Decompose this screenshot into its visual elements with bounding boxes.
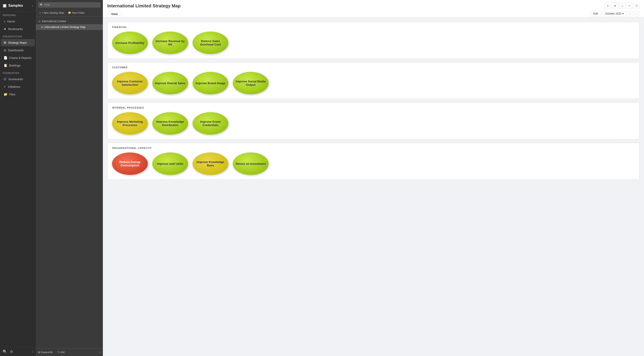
main-header: International Limited Strategy Map ℹ ★ △… [103,0,644,18]
strategy-maps-icon: ⊞ [4,41,6,44]
sidebar-item-label: Home [7,20,15,23]
search-icon[interactable]: 🔍 [3,349,7,354]
organisational-capacity-label: ORGANISATIONAL CAPACITY [112,147,635,149]
oval-improve-knowledge-distribution[interactable]: Improve Knowledge Distribution [152,112,188,134]
oval-reduce-energy[interactable]: Reduce Energy Consumption [112,152,148,175]
tree-item-icon: ⊙ [41,26,43,29]
oval-improve-brand-image[interactable]: Improve Brand Image [192,72,228,94]
oval-reduce-sales[interactable]: Reduce Sales Overhead Cost [192,32,228,54]
new-strategy-map-button[interactable]: + + New Strategy Map [38,10,65,15]
scorecards-icon: ☑ [4,77,6,81]
edit-label: Edit [60,351,64,353]
alert-button[interactable]: △ [619,3,625,9]
dashboards-icon: ◎ [4,48,6,52]
settings-icon[interactable]: ⚙ [10,349,13,354]
sidebar-item-label: Dashboards [8,49,24,52]
oval-improve-knowledge-base[interactable]: Improve Knowledge Base [192,152,228,175]
middle-actions: + + New Strategy Map 📁 New Folder [36,9,103,17]
sidebar-item-label: Files [9,93,15,96]
export-button[interactable]: ↗ [626,3,632,9]
tab-view[interactable]: View [107,11,122,17]
sidebar-item-charts-reports[interactable]: 📄 Charts & Reports [1,54,35,61]
sidebar-item-initiatives[interactable]: ✓ Initiatives [1,83,35,90]
sidebar-item-briefings[interactable]: 📋 Briefings [1,62,35,69]
expand-all-label: Expand All [41,351,52,353]
oval-improve-customer-satisfaction[interactable]: Improve Customer Satisfaction [112,72,148,94]
strategy-map-content: FINANCIAL Increase Profitability Increas… [103,18,644,356]
tree-item-intl-strategy-map[interactable]: ⊙ International Limited Strategy Map [36,24,103,30]
tree-item-label: International Limited Strategy Map [44,26,86,29]
search-input[interactable] [44,3,99,7]
financial-label: FINANCIAL [112,26,635,29]
sidebar-item-dashboards[interactable]: ◎ Dashboards [1,47,35,54]
title-row: International Limited Strategy Map ℹ ★ △… [107,3,640,9]
middle-footer: ⊞ Expand All ✎ Edit ‹ [36,348,103,356]
nav-next-button[interactable]: › [634,11,640,16]
internal-processes-label: INTERNAL PROCESSES [112,106,635,109]
files-icon: 📁 [4,92,8,96]
oval-improve-staff-skills[interactable]: Improve staff skills [152,152,188,175]
oval-improve-social-media[interactable]: Improve Social Media Output [233,72,268,94]
edit-button[interactable]: Edit [590,11,602,16]
date-picker[interactable]: October 2020 ▾ [603,11,626,16]
app-icon: ▣ [3,3,6,8]
sidebar-item-strategy-maps[interactable]: ⊞ Strategy Maps [1,39,35,46]
sidebar-item-label: Charts & Reports [9,56,32,60]
search-icon: 🔍 [40,3,43,7]
edit-icon: ✎ [58,351,60,354]
sidebar-collapse-btn[interactable]: › [32,4,33,8]
clock-button[interactable]: 🕐 [633,3,640,9]
expand-all-icon: ⊞ [38,351,40,354]
oval-improve-green-credentials[interactable]: Improve Green Credentials [192,112,228,134]
sidebar-item-bookmarks[interactable]: ★ Bookmarks [1,25,35,33]
oval-increase-revenue[interactable]: Increase Revenue by 4% [152,32,188,54]
financial-ovals: Increase Profitability Increase Revenue … [112,32,635,54]
folder-icon: 📁 [68,11,71,14]
financial-perspective: FINANCIAL Increase Profitability Increas… [107,22,640,59]
tabs-row: View Edit October 2020 ▾ ‹ › [107,11,640,17]
middle-edit-button[interactable]: ✎ Edit [58,351,64,354]
sidebar-item-home[interactable]: ⌂ Home [1,18,35,25]
oval-improve-overall-sales[interactable]: Improve Overall Sales [152,72,188,94]
oval-return-on-investment[interactable]: Return on Investment [233,152,268,175]
nav-prev-button[interactable]: ‹ [628,11,633,16]
new-strategy-map-label: + New Strategy Map [42,12,64,14]
internal-processes-perspective: INTERNAL PROCESSES Improve Marketing Pro… [107,103,640,139]
header-icons: ℹ ★ △ ↗ 🕐 [605,3,640,9]
app-title: Samples [8,4,23,8]
sidebar-item-label: Briefings [9,64,20,67]
page-title: International Limited Strategy Map [107,3,181,9]
initiatives-icon: ✓ [4,85,6,88]
customer-perspective: CUSTOMER Improve Customer Satisfaction I… [107,62,640,99]
middle-collapse-btn[interactable]: ‹ [100,350,100,354]
customer-ovals: Improve Customer Satisfaction Improve Ov… [112,72,635,94]
expand-all-button[interactable]: ⊞ Expand All [38,351,52,354]
info-button[interactable]: ℹ [605,3,611,9]
charts-icon: 📄 [4,56,8,60]
search-bar: 🔍 [38,2,100,8]
oval-increase-profitability[interactable]: Increase Profitability [112,32,148,54]
sidebar-item-scorecards[interactable]: ☑ Scorecards [1,75,35,83]
bookmarks-icon: ★ [4,27,6,31]
sidebar-item-label: Strategy Maps [8,41,27,44]
star-button[interactable]: ★ [612,3,618,9]
sidebar-item-label: Bookmarks [8,27,23,31]
foundation-section-label: FOUNDATION [0,69,36,75]
sidebar-item-files[interactable]: 📁 Files [1,91,35,98]
app-header: ▣ Samples › [0,0,36,12]
tab-actions: Edit October 2020 ▾ ‹ › [590,11,640,17]
tree-item-icon: ⊙ [38,20,40,23]
organisational-capacity-perspective: ORGANISATIONAL CAPACITY Reduce Energy Co… [107,143,640,180]
new-folder-button[interactable]: 📁 New Folder [67,10,86,15]
briefings-icon: 📋 [4,64,8,67]
main-content: International Limited Strategy Map ℹ ★ △… [103,0,644,356]
tree-item-intl-limited[interactable]: ⊙ International Limited [36,18,103,24]
sidebar-footer: 🔍 ⚙ ‹ [0,347,36,356]
customer-label: CUSTOMER [112,66,635,69]
date-label: October 2020 [605,12,622,15]
sidebar-item-label: Initiatives [8,85,20,88]
tree-item-label: International Limited [42,20,66,23]
presentation-section-label: PRESENTATION [0,33,36,39]
oval-improve-marketing[interactable]: Improve Marketing Processes [112,112,148,134]
sidebar-bottom-collapse[interactable]: ‹ [32,350,33,353]
